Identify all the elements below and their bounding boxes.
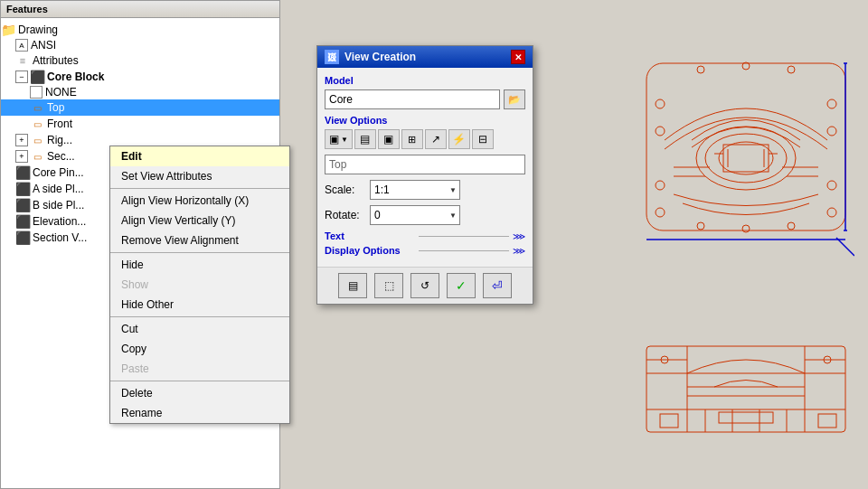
view-front-icon: ▭ [30,117,44,131]
display-options-label: Display Options [325,245,415,256]
tree-label-right: Rig... [47,134,72,146]
svg-rect-24 [723,145,769,172]
model-browse-button[interactable]: 📂 [504,89,525,109]
dialog-title-content: 🖼 View Creation [325,50,416,64]
view-name-input[interactable] [325,155,525,174]
svg-point-12 [697,66,704,73]
svg-line-29 [836,238,854,256]
scale-select[interactable]: 1:1 1:2 2:1 [370,180,460,200]
footer-btn-accept[interactable]: ✓ [447,273,476,298]
toolbar-btn-3[interactable]: ⊞ [401,129,423,149]
toolbar-btn-5[interactable]: ⚡ [448,129,470,149]
expand-core-block[interactable]: − [15,71,28,83]
tree-label-none: NONE [45,86,77,99]
features-title: Features [1,1,279,18]
rotate-select-wrapper: 0 90 180 270 ▼ [370,205,460,225]
svg-point-16 [742,225,750,232]
dialog-title-icon: 🖼 [325,50,339,64]
toolbar-btn-6[interactable]: ⊟ [472,129,494,149]
tree-label-core-block: Core Block [47,71,104,83]
tree-label-attributes: Attributes [33,54,79,67]
context-menu: Edit Set View Attributes Align View Hori… [109,146,290,424]
core-pin-icon: ⬛ [15,165,30,180]
ctx-sep1 [110,188,289,189]
dialog-title-bar: 🖼 View Creation ✕ [317,46,533,68]
tree-label-front: Front [47,118,72,130]
ctx-delete[interactable]: Delete [110,383,289,403]
ctx-show: Show [110,275,289,295]
ctx-copy[interactable]: Copy [110,339,289,359]
svg-point-7 [656,208,665,217]
dialog-close-button[interactable]: ✕ [511,50,525,64]
svg-point-4 [656,99,665,108]
expand-sec[interactable]: + [15,150,28,163]
display-divider [419,250,509,251]
ctx-cut[interactable]: Cut [110,319,289,339]
block-icon: ⬛ [30,70,44,84]
view-sec-icon: ▭ [30,149,44,164]
tree-item-top[interactable]: ▭ Top [1,99,279,116]
tree-item-core-block[interactable]: − ⬛ Core Block [1,69,279,85]
toolbar-btn-4[interactable]: ↗ [425,129,447,149]
svg-point-6 [656,181,665,190]
expand-right[interactable]: + [15,134,28,146]
text-divider [419,236,509,237]
view-dropdown[interactable]: ▣ ▼ [325,129,353,149]
drawing-icon: 📁 [1,23,15,37]
footer-btn-close[interactable]: ⏎ [483,273,512,298]
svg-point-8 [827,99,836,108]
ctx-align-v[interactable]: Align View Vertically (Y) [110,211,289,230]
svg-point-10 [827,181,836,190]
view-right-icon: ▭ [30,133,44,147]
scale-row: Scale: 1:1 1:2 2:1 ▼ [325,180,525,200]
tree-item-front[interactable]: ▭ Front [1,116,279,132]
toolbar-btn-2[interactable]: ▣ [378,129,400,149]
ctx-align-h[interactable]: Align View Horizontally (X) [110,191,289,211]
tree-label-drawing: Drawing [18,24,58,36]
text-expandable-row[interactable]: Text ⋙ [325,230,525,241]
cad-front-view [642,337,850,446]
bside-icon: ⬛ [15,198,30,212]
svg-point-17 [788,222,795,230]
view-options-label: View Options [325,115,525,126]
toolbar-btn-1[interactable]: ▤ [354,129,376,149]
view-creation-dialog: 🖼 View Creation ✕ Model 📂 View Options ▣… [316,45,533,305]
svg-rect-37 [660,414,678,428]
svg-point-9 [827,127,836,136]
scale-label: Scale: [325,183,370,196]
view-icon: ▣ [329,133,339,146]
section-v-icon: ⬛ [15,230,30,245]
tree-label-core-pin: Core Pin... [33,166,84,179]
tree-item-none[interactable]: NONE [1,85,279,99]
features-panel: Features 📁 Drawing A ANSI ≡ Attributes −… [0,0,280,489]
ansi-icon: A [15,39,28,52]
tree-item-ansi[interactable]: A ANSI [1,38,279,52]
tree-label-top: Top [47,101,64,114]
footer-btn-refresh[interactable]: ↺ [410,273,439,298]
model-section-label: Model [325,75,525,86]
ctx-rename[interactable]: Rename [110,403,289,423]
tree-label-ansi: ANSI [31,39,56,52]
cad-top-svg [637,50,854,262]
tree-item-attributes[interactable]: ≡ Attributes [1,52,279,69]
scale-select-wrapper: 1:1 1:2 2:1 ▼ [370,180,460,200]
model-input[interactable] [325,89,500,109]
ctx-hide[interactable]: Hide [110,255,289,275]
rotate-select[interactable]: 0 90 180 270 [370,205,460,225]
svg-rect-30 [646,346,845,432]
tree-label-aside: A side Pl... [33,183,84,195]
svg-point-1 [696,127,796,190]
middle-area: 🖼 View Creation ✕ Model 📂 View Options ▣… [280,0,624,489]
footer-btn-preview[interactable]: ⬚ [374,273,403,298]
dialog-body: Model 📂 View Options ▣ ▼ ▤ ▣ ⊞ ↗ ⚡ ⊟ [317,68,533,267]
ctx-sep2 [110,252,289,253]
ctx-remove-align[interactable]: Remove View Alignment [110,230,289,250]
svg-point-11 [827,208,836,217]
tree-item-drawing[interactable]: 📁 Drawing [1,22,279,38]
ctx-edit[interactable]: Edit [110,146,289,166]
tree-label-section-v: Section V... [33,231,87,244]
ctx-set-view-attr[interactable]: Set View Attributes [110,166,289,186]
ctx-hide-other[interactable]: Hide Other [110,295,289,315]
display-options-row[interactable]: Display Options ⋙ [325,245,525,256]
footer-btn-table[interactable]: ▤ [338,273,367,298]
